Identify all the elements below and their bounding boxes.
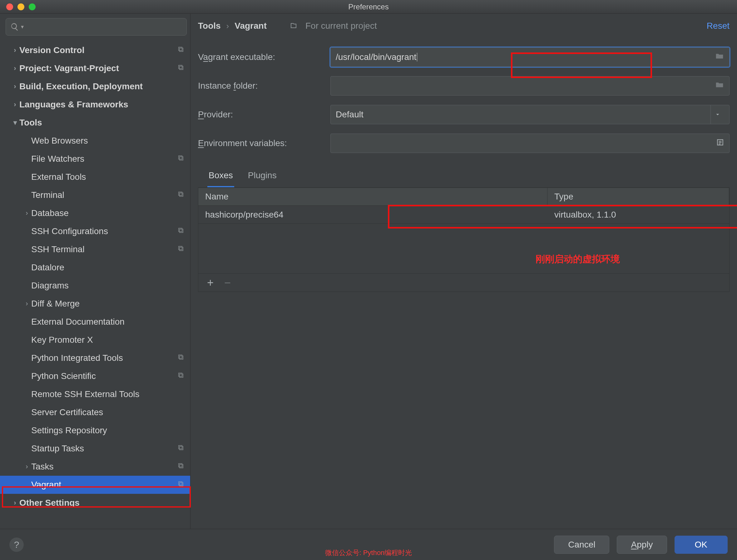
svg-rect-11 (179, 246, 182, 250)
sidebar-item-diagrams[interactable]: ›Diagrams (0, 277, 190, 295)
sidebar-item-label: Version Control (19, 45, 84, 55)
chevron-right-icon: › (11, 101, 19, 109)
copy-settings-icon[interactable] (177, 45, 184, 55)
sidebar-item-languages-frameworks[interactable]: ›Languages & Frameworks (0, 96, 190, 114)
copy-settings-icon[interactable] (177, 63, 184, 73)
browse-folder-button[interactable] (715, 80, 724, 92)
project-scope-icon (290, 22, 297, 30)
sidebar-item-version-control[interactable]: ›Version Control (0, 41, 190, 59)
col-name[interactable]: Name (198, 188, 548, 205)
sidebar-item-web-browsers[interactable]: ›Web Browsers (0, 132, 190, 150)
sidebar-item-label: Tasks (31, 462, 54, 472)
tab-plugins[interactable]: Plugins (247, 167, 278, 187)
folder-label: Instance folder: (198, 81, 326, 91)
sidebar-item-label: SSH Configurations (31, 226, 108, 236)
sidebar-item-label: Project: Vagrant-Project (19, 63, 119, 73)
sidebar-item-external-documentation[interactable]: ›External Documentation (0, 313, 190, 331)
sidebar-item-label: Remote SSH External Tools (31, 389, 140, 399)
sidebar-item-database[interactable]: ›Database (0, 204, 190, 222)
sidebar-item-ssh-configurations[interactable]: ›SSH Configurations (0, 222, 190, 240)
help-button[interactable]: ? (9, 538, 24, 552)
project-scope-label: For current project (305, 21, 377, 31)
cell-type: virtualbox, 1.1.0 (548, 210, 729, 220)
table-row[interactable]: hashicorp/precise64 virtualbox, 1.1.0 (198, 205, 729, 224)
svg-rect-4 (179, 157, 183, 160)
breadcrumb-root[interactable]: Tools (198, 21, 221, 31)
chevron-right-icon: › (11, 82, 19, 91)
executable-value: /usr/local/bin/vagrant (336, 52, 416, 62)
copy-settings-icon[interactable] (177, 226, 184, 236)
table-header: Name Type (198, 188, 729, 205)
svg-rect-15 (179, 373, 182, 376)
sidebar-item-label: External Documentation (31, 317, 125, 327)
add-button[interactable]: + (207, 277, 214, 288)
sidebar-item-label: Python Integrated Tools (31, 353, 123, 363)
sidebar-item-label: Python Scientific (31, 371, 96, 381)
ok-button[interactable]: OK (675, 536, 728, 554)
chevron-right-icon: › (22, 463, 31, 471)
cell-name: hashicorp/precise64 (198, 210, 548, 220)
env-label: Environment variables: (198, 138, 326, 148)
reset-link[interactable]: Reset (707, 21, 730, 31)
env-field[interactable] (330, 134, 730, 153)
sidebar-item-terminal[interactable]: ›Terminal (0, 186, 190, 204)
remove-button[interactable]: − (224, 277, 231, 288)
sidebar-item-label: Languages & Frameworks (19, 100, 128, 110)
col-type[interactable]: Type (548, 188, 729, 205)
copy-settings-icon[interactable] (177, 371, 184, 381)
sidebar-item-label: External Tools (31, 172, 86, 182)
sidebar-item-startup-tasks[interactable]: ›Startup Tasks (0, 440, 190, 458)
sidebar-item-label: SSH Terminal (31, 244, 85, 254)
sidebar-item-diff-merge[interactable]: ›Diff & Merge (0, 295, 190, 313)
sidebar-item-build-execution-deployment[interactable]: ›Build, Execution, Deployment (0, 77, 190, 96)
sidebar-item-label: Other Settings (19, 498, 80, 508)
table-toolbar: + − (198, 273, 729, 292)
sidebar-item-label: Build, Execution, Deployment (19, 81, 143, 91)
copy-settings-icon[interactable] (177, 480, 184, 490)
sidebar-item-label: File Watchers (31, 154, 84, 164)
titlebar: Preferences (0, 0, 737, 14)
sidebar-item-settings-repository[interactable]: ›Settings Repository (0, 421, 190, 440)
sidebar-item-ssh-terminal[interactable]: ›SSH Terminal (0, 240, 190, 258)
cancel-button[interactable]: Cancel (554, 536, 609, 554)
copy-settings-icon[interactable] (177, 444, 184, 454)
sidebar-item-vagrant[interactable]: ›Vagrant (0, 476, 190, 494)
chevron-right-icon: › (22, 209, 31, 217)
apply-button[interactable]: Apply (617, 536, 667, 554)
sidebar-item-python-integrated-tools[interactable]: ›Python Integrated Tools (0, 349, 190, 367)
sidebar-item-project-vagrant-project[interactable]: ›Project: Vagrant-Project (0, 59, 190, 77)
tab-boxes[interactable]: Boxes (207, 167, 234, 187)
window-title: Preferences (0, 2, 737, 11)
sidebar-item-label: Startup Tasks (31, 444, 84, 454)
executable-field[interactable]: /usr/local/bin/vagrant (330, 47, 730, 67)
sidebar-item-label: Web Browsers (31, 136, 88, 146)
sidebar-item-label: Tools (19, 118, 42, 128)
sidebar-item-key-promoter-x[interactable]: ›Key Promoter X (0, 331, 190, 349)
watermark: 微信公众号: Python编程时光 (325, 548, 412, 558)
svg-rect-2 (179, 66, 183, 70)
copy-settings-icon[interactable] (177, 154, 184, 164)
sidebar-item-remote-ssh-external-tools[interactable]: ›Remote SSH External Tools (0, 385, 190, 403)
table-empty-area (198, 224, 729, 273)
provider-select[interactable]: Default (330, 105, 730, 124)
sidebar-item-server-certificates[interactable]: ›Server Certificates (0, 403, 190, 421)
svg-rect-19 (179, 464, 182, 467)
search-input[interactable]: ▾ (6, 18, 187, 36)
browse-executable-button[interactable] (715, 52, 724, 63)
provider-value: Default (336, 110, 363, 120)
copy-settings-icon[interactable] (177, 462, 184, 472)
sidebar-item-other-settings[interactable]: ›Other Settings (0, 494, 190, 512)
svg-rect-21 (179, 482, 182, 485)
sidebar-item-tasks[interactable]: ›Tasks (0, 458, 190, 476)
folder-field[interactable] (330, 76, 730, 96)
copy-settings-icon[interactable] (177, 190, 184, 200)
chevron-right-icon: › (11, 64, 19, 72)
sidebar-item-file-watchers[interactable]: ›File Watchers (0, 150, 190, 168)
sidebar-item-external-tools[interactable]: ›External Tools (0, 168, 190, 186)
sidebar-item-tools[interactable]: ▾Tools (0, 114, 190, 132)
copy-settings-icon[interactable] (177, 353, 184, 363)
sidebar-item-datalore[interactable]: ›Datalore (0, 258, 190, 277)
sidebar-item-python-scientific[interactable]: ›Python Scientific (0, 367, 190, 385)
copy-settings-icon[interactable] (177, 244, 184, 254)
edit-env-button[interactable] (716, 138, 724, 149)
